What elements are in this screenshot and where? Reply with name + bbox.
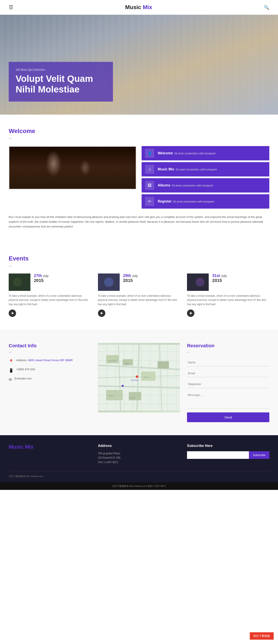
footer-brand: Music Mix bbox=[9, 444, 91, 464]
events-section: Events ... 27th July 2015 To take a triv… bbox=[0, 242, 278, 330]
contact-phone: +0955 670 204 bbox=[16, 368, 35, 371]
footer-subscribe-button[interactable]: Subscribe bbox=[249, 451, 269, 459]
welcome-item-3[interactable]: ✏ RegisterSit amet consectetur velit num… bbox=[142, 194, 269, 208]
contact-info: Contact Info ... 📍 Address: 4800 Jewell … bbox=[9, 343, 91, 422]
welcome-item-0[interactable]: 👤 WelcomeSit amet consectetur velit numq… bbox=[142, 146, 269, 160]
logo-accent: Mix bbox=[143, 4, 152, 10]
svg-point-1 bbox=[13, 278, 22, 286]
welcome-item-text-0: WelcomeSit amet consectetur velit numqua… bbox=[158, 151, 216, 155]
event-date-1: 29th July 2015 bbox=[123, 274, 138, 283]
welcome-body: But I must explain to you how all this m… bbox=[9, 215, 269, 229]
hero-section: Vel Illum Qui Dolorem Volupt Velit Quam … bbox=[0, 15, 278, 114]
footer-bottom: 访问下载模板库 bbs.xieniao.com bbox=[9, 471, 269, 478]
hamburger-icon[interactable]: ☰ bbox=[9, 4, 14, 10]
event-date-2: 31st July 2015 bbox=[212, 274, 227, 283]
footer-subscribe-form: Subscribe bbox=[187, 451, 269, 459]
reservation-message-input[interactable] bbox=[187, 391, 269, 408]
reservation-telephone-input[interactable] bbox=[187, 380, 269, 388]
footer-address-text: 756 gt globel Place, CD-Road,M 07 435, F… bbox=[98, 451, 180, 464]
phone-icon: 📱 bbox=[9, 368, 14, 373]
contact-phone-row: 📱 +0955 670 204 bbox=[9, 368, 91, 373]
welcome-item-text-1: Music MixSit amet consectetur velit numq… bbox=[158, 167, 217, 171]
nav-logo: Music Mix bbox=[125, 4, 152, 11]
email-icon: ✉ bbox=[9, 377, 12, 382]
reservation-title: Reservation bbox=[187, 343, 269, 348]
hero-title: Volupt Velit Quam Nihil Molestiae bbox=[16, 74, 105, 95]
welcome-dots: ... bbox=[9, 136, 269, 140]
map-container: Marketplace KOFE Optima Ave Place Майдан… bbox=[98, 343, 180, 412]
footer-subscribe-title: Subscribe Here bbox=[187, 444, 269, 448]
footer-bottom-bar: 访问下载模板库 bbs.xieniao.com 更多+1-667-5871 bbox=[0, 482, 278, 490]
contact-address: Address: 4800 Jewell Road Korea 09F 89MR bbox=[16, 358, 73, 362]
footer-bottom-text: 访问下载模板库 bbs.xieniao.com 更多+1-667-5871 bbox=[112, 485, 166, 487]
event-play-button-2[interactable] bbox=[187, 310, 194, 317]
welcome-items-list: 👤 WelcomeSit amet consectetur velit numq… bbox=[142, 146, 269, 208]
event-date-0: 27th July 2015 bbox=[34, 274, 49, 283]
hero-subtitle: Vel Illum Qui Dolorem bbox=[16, 68, 105, 72]
reservation-email-input[interactable] bbox=[187, 370, 269, 377]
contact-title: Contact Info bbox=[9, 343, 91, 348]
reservation-send-button[interactable]: Send bbox=[187, 412, 269, 422]
location-icon: 📍 bbox=[9, 359, 14, 364]
reservation-name-input[interactable] bbox=[187, 358, 269, 366]
svg-point-5 bbox=[196, 278, 204, 286]
contact-email: Example.com bbox=[15, 377, 32, 380]
footer-logo: Music Mix bbox=[9, 444, 91, 450]
event-thumb-2 bbox=[187, 274, 209, 291]
contact-address-row: 📍 Address: 4800 Jewell Road Korea 09F 89… bbox=[9, 358, 91, 364]
event-desc-1: To take a trivial example, which of us e… bbox=[98, 294, 180, 306]
reservation-form: Reservation ... Send bbox=[187, 343, 269, 422]
navbar: ☰ Music Mix 🔍 bbox=[0, 0, 278, 15]
svg-point-3 bbox=[104, 278, 114, 287]
reservation-dots: ... bbox=[187, 350, 269, 353]
event-desc-0: To take a trivial example, which of us e… bbox=[9, 294, 91, 306]
event-play-button-0[interactable] bbox=[9, 310, 16, 317]
events-grid: 27th July 2015 To take a trivial example… bbox=[9, 274, 269, 317]
search-icon[interactable]: 🔍 bbox=[264, 5, 269, 10]
contact-map-reservation: Contact Info ... 📍 Address: 4800 Jewell … bbox=[0, 330, 278, 435]
welcome-item-2[interactable]: 🖼 AlbumsSit amet consectetur velit numqu… bbox=[142, 178, 269, 192]
welcome-icon-1: ♫ bbox=[145, 165, 154, 174]
welcome-icon-0: 👤 bbox=[145, 149, 154, 158]
events-dots: ... bbox=[9, 263, 269, 268]
welcome-image bbox=[9, 146, 136, 190]
event-play-button-1[interactable] bbox=[98, 310, 105, 317]
hero-overlay: Vel Illum Qui Dolorem Volupt Velit Quam … bbox=[9, 62, 113, 102]
welcome-title: Welcome bbox=[9, 128, 269, 134]
event-card-2: 31st July 2015 To take a trivial example… bbox=[187, 274, 269, 317]
event-card-0: 27th July 2015 To take a trivial example… bbox=[9, 274, 91, 317]
contact-address-link[interactable]: 4800 Jewell Road Korea 09F 89MR bbox=[28, 358, 73, 362]
event-desc-2: To take a trivial example, which of us e… bbox=[187, 294, 269, 306]
welcome-item-text-3: RegisterSit amet consectetur velit numqu… bbox=[158, 200, 214, 204]
footer-subscribe-col: Subscribe Here Subscribe bbox=[187, 444, 269, 464]
event-card-1: 29th July 2015 To take a trivial example… bbox=[98, 274, 180, 317]
welcome-icon-3: ✏ bbox=[145, 197, 154, 206]
footer-subscribe-input[interactable] bbox=[187, 451, 249, 459]
contact-email-row: ✉ Example.com bbox=[9, 377, 91, 382]
footer-address-col: Address 756 gt globel Place, CD-Road,M 0… bbox=[98, 444, 180, 464]
contact-dots: ... bbox=[9, 350, 91, 353]
welcome-section: Welcome ... 👤 WelcomeSit amet consectetu… bbox=[0, 114, 278, 242]
footer-address-title: Address bbox=[98, 444, 180, 448]
event-thumb-0 bbox=[9, 274, 31, 291]
welcome-item-1[interactable]: ♫ Music MixSit amet consectetur velit nu… bbox=[142, 162, 269, 176]
welcome-item-text-2: AlbumsSit amet consectetur velit numquam bbox=[158, 184, 213, 187]
logo-text: Music bbox=[125, 4, 143, 10]
events-title: Events bbox=[9, 255, 269, 262]
welcome-icon-2: 🖼 bbox=[145, 181, 154, 190]
event-thumb-1 bbox=[98, 274, 120, 291]
footer: Music Mix Address 756 gt globel Place, C… bbox=[0, 435, 278, 482]
